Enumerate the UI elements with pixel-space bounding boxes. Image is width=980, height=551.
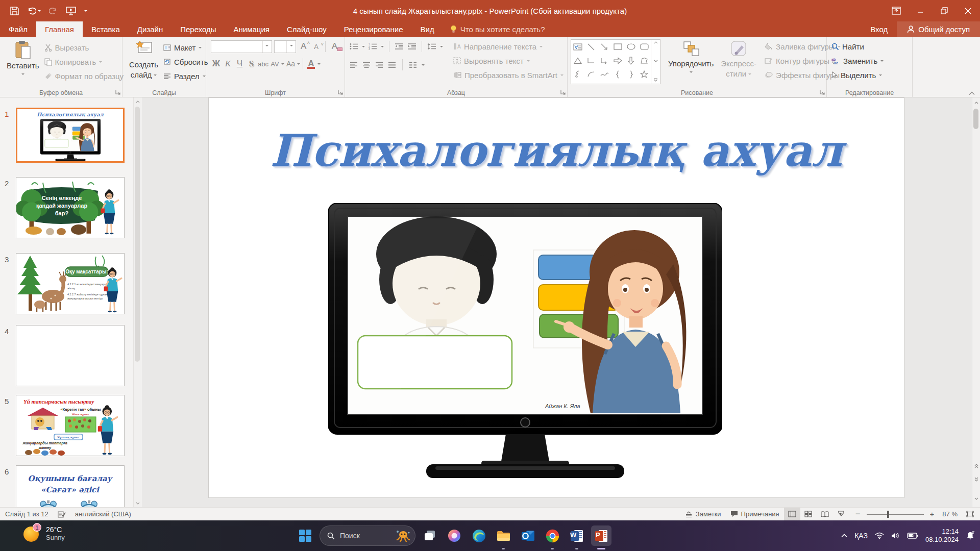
select-button[interactable]: Выделить (830, 68, 885, 82)
share-button[interactable]: Общий доступ (897, 21, 980, 37)
thumb-scroll-down-icon[interactable] (134, 499, 142, 507)
undo-dropdown-caret[interactable] (38, 10, 41, 13)
shape-rectangle-icon[interactable] (614, 43, 622, 50)
underline-button[interactable]: Ч (234, 59, 245, 69)
font-size-combo[interactable] (274, 40, 296, 53)
slide-thumbnail-5[interactable]: Үй тапсырмасын пысықтау «Көрегін тап» ой… (16, 395, 125, 456)
battery-icon[interactable] (907, 533, 918, 539)
font-color-caret[interactable] (317, 63, 321, 66)
current-slide[interactable]: Психалогиялық ахуал Айжан К. Яла (208, 97, 904, 498)
layout-button[interactable]: Макет (162, 40, 210, 55)
paste-button[interactable]: Вставить (3, 39, 43, 78)
tab-review[interactable]: Рецензирование (335, 21, 412, 37)
slide-thumbnail-4[interactable] (16, 325, 125, 386)
restore-button[interactable] (932, 0, 956, 21)
scroll-thumb[interactable] (973, 109, 978, 129)
slide-counter[interactable]: Слайд 1 из 12 (0, 508, 53, 520)
shape-triangle-icon[interactable] (574, 57, 582, 64)
tab-animations[interactable]: Анимация (225, 21, 278, 37)
shape-elbow-arrow-connector-icon[interactable] (600, 57, 608, 64)
collapse-ribbon-button[interactable] (969, 91, 975, 95)
change-case-caret[interactable] (297, 63, 300, 66)
comments-button[interactable]: Примечания (726, 508, 784, 520)
minimize-button[interactable] (908, 0, 932, 21)
clock[interactable]: 12:14 08.10.2024 (925, 528, 959, 544)
shapes-more-icon[interactable] (653, 78, 658, 82)
shape-oval-icon[interactable] (627, 43, 635, 50)
weather-widget[interactable]: 1 26°C Sunny (23, 524, 65, 542)
shape-arrow-icon[interactable] (600, 43, 608, 51)
wifi-icon[interactable] (875, 532, 884, 539)
arrange-button[interactable]: Упорядочить (665, 39, 717, 76)
shape-elbow-connector-icon[interactable] (587, 57, 595, 64)
scroll-down-icon[interactable] (972, 494, 980, 503)
task-view-button[interactable] (420, 525, 440, 546)
main-scrollbar[interactable] (972, 97, 980, 507)
line-spacing-button[interactable] (427, 43, 436, 50)
tab-insert[interactable]: Вставка (83, 21, 129, 37)
scroll-up-icon[interactable] (972, 98, 980, 107)
tab-design[interactable]: Дизайн (129, 21, 172, 37)
replace-caret[interactable] (880, 60, 884, 63)
font-color-button[interactable]: А (306, 59, 316, 69)
shape-curve-icon[interactable] (600, 71, 609, 78)
char-spacing-button[interactable]: AV (270, 60, 280, 68)
view-reading-button[interactable] (817, 508, 833, 520)
shape-line-icon[interactable] (587, 43, 595, 51)
undo-button[interactable] (27, 7, 41, 15)
view-slide-sorter-button[interactable] (800, 508, 817, 520)
volume-icon[interactable] (891, 532, 900, 539)
tray-chevron-icon[interactable] (841, 534, 847, 538)
next-slide-button[interactable] (972, 475, 980, 483)
numbering-button[interactable]: 123 (369, 43, 377, 50)
shape-down-arrow-icon[interactable] (627, 57, 634, 65)
reset-button[interactable]: Сбросить (162, 55, 210, 69)
sign-in-button[interactable]: Вход (861, 21, 897, 37)
shape-freeform-icon[interactable] (640, 57, 648, 64)
text-shadow-button[interactable]: S (246, 59, 257, 69)
thumbnail-panel-scrollbar[interactable] (133, 97, 142, 507)
chrome-button[interactable] (542, 525, 562, 546)
align-left-button[interactable] (350, 62, 358, 68)
notification-bell-icon[interactable] (966, 531, 975, 540)
previous-slide-button[interactable] (972, 462, 980, 470)
thumb-scroll-thumb[interactable] (135, 107, 140, 362)
zoom-level[interactable]: 87 % (938, 510, 962, 518)
shape-left-brace-icon[interactable] (616, 70, 620, 79)
zoom-out-button[interactable]: − (849, 509, 863, 519)
copilot-button[interactable] (444, 525, 464, 546)
tab-home[interactable]: Главная (36, 21, 83, 37)
shape-textbox-icon[interactable] (573, 43, 582, 51)
section-caret[interactable] (203, 76, 206, 79)
save-icon[interactable] (10, 7, 19, 15)
italic-button[interactable]: К (223, 59, 233, 69)
find-button[interactable]: Найти (830, 39, 885, 54)
new-slide-caret[interactable] (154, 74, 157, 78)
shape-scribble-icon[interactable] (574, 70, 582, 78)
edge-button[interactable] (469, 525, 489, 546)
shape-rounded-rectangle-icon[interactable] (640, 43, 649, 50)
shape-right-arrow-icon[interactable] (614, 57, 622, 64)
tab-slideshow[interactable]: Слайд-шоу (278, 21, 335, 37)
powerpoint-button[interactable]: P (591, 525, 611, 546)
replace-button[interactable]: abac Заменить (830, 54, 885, 68)
zoom-slider-thumb[interactable] (887, 511, 889, 518)
slide-thumbnail-1[interactable]: Психалогиялық ахуал (16, 108, 125, 163)
shapes-scroll-up-icon[interactable] (654, 41, 658, 44)
font-name-combo[interactable] (211, 40, 272, 53)
language-switcher[interactable]: ҚАЗ (854, 532, 868, 540)
ribbon-display-options-button[interactable] (884, 0, 908, 21)
slide-thumbnail-2[interactable]: Сенің өлкеңде қандай жануарлар бар? (16, 177, 125, 238)
slide-thumbnail-3[interactable]: Оқу мақсаттары: 4.2.2.1 өз өлкесіндегі ж… (16, 253, 125, 314)
shape-star-icon[interactable] (640, 70, 648, 78)
shapes-gallery-scrollbar[interactable] (651, 39, 660, 84)
grow-font-button[interactable]: А˄ (298, 41, 309, 52)
line-spacing-caret[interactable] (440, 46, 443, 49)
tv-image[interactable]: Айжан К. Яла (328, 203, 722, 489)
char-spacing-caret[interactable] (281, 63, 284, 66)
layout-caret[interactable] (199, 47, 202, 50)
file-explorer-button[interactable] (493, 525, 513, 546)
thumb-scroll-up-icon[interactable] (134, 97, 142, 106)
section-button[interactable]: Раздел (162, 69, 210, 83)
zoom-in-button[interactable]: + (928, 510, 939, 518)
